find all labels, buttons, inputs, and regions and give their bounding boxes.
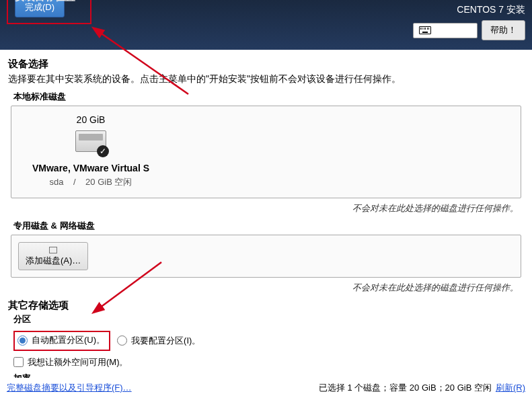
disk-info: sda / 20 GiB 空闲 [50,176,132,188]
disk-separator: / [73,177,76,187]
disk-icon-wrap: ✓ [75,130,106,155]
other-storage-title: 其它存储选项 [8,299,524,312]
manual-partition-radio[interactable] [117,335,127,346]
keyboard-layout-label: cn [434,26,445,36]
disk-card[interactable]: 20 GiB ✓ VMware, VMware Virtual S sda / … [24,114,158,188]
hint-text-2: 不会对未在此处选择的磁盘进行任何操作。 [8,282,519,294]
extra-space-label: 我想让额外空间可用(M)。 [28,356,128,368]
encryption-label: 加率 [13,372,524,379]
footer-status: 已选择 1 个磁盘；容量 20 GiB；20 GiB 空闲 [319,382,492,394]
keyboard-icon [419,26,431,34]
disk-capacity: 20 GiB [77,114,106,125]
device-selection-title: 设备选择 [8,58,524,71]
done-button-highlight: 安装目标位置 完成(D) [7,0,91,24]
check-icon: ✓ [97,145,109,157]
help-button[interactable]: 帮助！ [482,20,525,40]
content-area: 设备选择 选择要在其中安装系统的设备。点击主菜单中的"开始安装"按钮前不会对该设… [0,50,532,378]
manual-partition-option[interactable]: 我要配置分区(I)。 [117,335,200,347]
full-summary-link[interactable]: 完整磁盘摘要以及引导程序(F)… [7,382,132,394]
keyboard-indicator[interactable]: cn [413,23,478,38]
add-disk-button[interactable]: 添加磁盘(A)… [18,242,88,270]
header-left: 安装目标位置 完成(D) [7,4,91,24]
manual-partition-label: 我要配置分区(I)。 [131,335,200,347]
local-disks-label: 本地标准磁盘 [13,91,524,103]
disk-name: VMware, VMware Virtual S [32,163,149,173]
hint-text-1: 不会对未在此处选择的磁盘进行任何操作。 [8,202,519,214]
auto-partition-highlight: 自动配置分区(U)。 [13,331,110,351]
disk-free: 20 GiB 空闲 [85,177,132,187]
add-disk-icon [49,247,57,253]
install-title: CENTOS 7 安装 [457,4,525,16]
auto-partition-radio[interactable] [17,335,28,346]
footer-bar: 完整磁盘摘要以及引导程序(F)… 已选择 1 个磁盘；容量 20 GiB；20 … [0,382,532,394]
page-title: 安装目标位置 [15,0,75,3]
auto-partition-option[interactable]: 自动配置分区(U)。 [17,334,105,346]
device-selection-desc: 选择要在其中安装系统的设备。点击主菜单中的"开始安装"按钮前不会对该设备进行任何… [8,73,524,85]
auto-partition-label: 自动配置分区(U)。 [32,334,105,346]
refresh-link[interactable]: 刷新(R) [496,382,525,394]
disk-device: sda [50,177,64,187]
local-disks-panel: 20 GiB ✓ VMware, VMware Virtual S sda / … [11,106,521,198]
header-bar: 安装目标位置 完成(D) CENTOS 7 安装 cn 帮助！ [0,0,532,50]
footer-right: 已选择 1 个磁盘；容量 20 GiB；20 GiB 空闲 刷新(R) [319,382,525,394]
add-disk-label: 添加磁盘(A)… [26,255,81,267]
extra-space-option[interactable]: 我想让额外空间可用(M)。 [13,356,524,368]
extra-space-checkbox[interactable] [13,357,24,367]
special-disks-label: 专用磁盘 & 网络磁盘 [13,220,524,232]
partition-label: 分区 [13,313,524,325]
header-controls: cn 帮助！ [413,20,525,40]
header-right: CENTOS 7 安装 cn 帮助！ [413,4,525,40]
special-disks-panel: 添加磁盘(A)… [11,235,521,278]
